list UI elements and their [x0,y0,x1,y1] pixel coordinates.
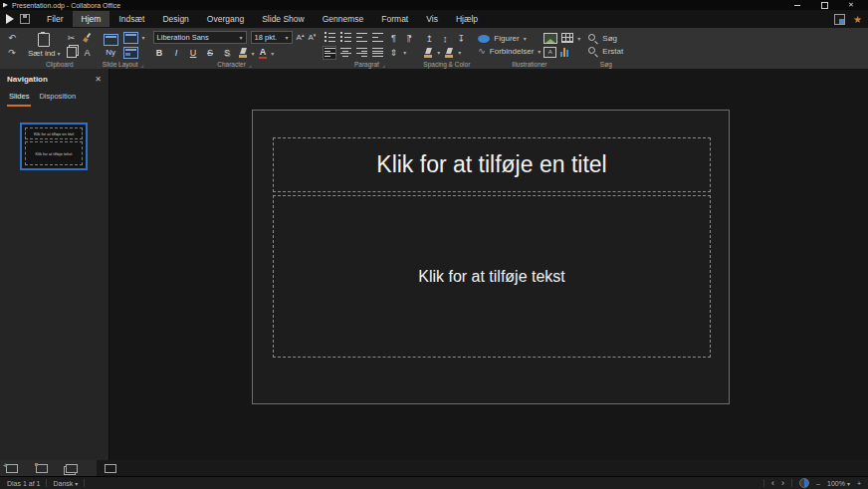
brush-icon [83,33,92,43]
grow-font-button[interactable]: A▴ [297,33,305,42]
star-icon[interactable]: ★ [853,15,862,24]
fill-color-icon[interactable] [423,48,433,58]
maximize-button[interactable] [816,1,832,10]
strikethrough-button[interactable]: S [204,47,217,60]
copy-button[interactable] [66,47,78,59]
zoom-fit-icon[interactable] [799,478,809,488]
insert-table-icon[interactable] [561,33,573,43]
slide-thumbnail[interactable]: Klik for at tilføje en titel Klik for at… [20,122,88,170]
increase-indent-icon [372,33,383,42]
formatting-marks-button[interactable]: ¶ [387,32,399,44]
chevron-down-icon[interactable]: ▾ [142,34,145,41]
zoom-in-button[interactable]: + [857,480,861,487]
new-slide-icon[interactable] [6,464,18,473]
redo-button[interactable]: ↷ [6,47,18,59]
italic-button[interactable]: I [170,47,183,60]
save-icon[interactable] [20,14,30,24]
slide-properties-icon[interactable] [36,464,48,473]
menu-vis[interactable]: Vis [417,11,447,27]
slide-layout-icon[interactable] [123,32,138,44]
menu-gennemse[interactable]: Gennemse [314,11,373,27]
bullet-list-icon [325,33,335,42]
text-direction-button[interactable]: ¶ [403,32,415,44]
font-size-select[interactable]: 18 pkt. ▾ [251,31,293,44]
connectors-button[interactable]: Forbindelser [490,47,534,56]
shapes-button[interactable]: Figurer [494,34,519,43]
shadow-button[interactable]: S [221,47,234,60]
zoom-out-button[interactable]: – [816,480,820,487]
insert-image-icon[interactable] [543,33,557,44]
search-button[interactable]: Søg [602,34,617,43]
chevron-down-icon[interactable]: ▾ [458,49,461,56]
paste-button[interactable]: Sæt ind ▾ [26,33,63,58]
close-panel-icon[interactable]: ✕ [95,75,102,84]
replace-button[interactable]: Erstat [602,47,623,56]
insert-chart-icon[interactable] [560,47,568,57]
title-placeholder[interactable]: Klik for at tilføje en titel [273,137,711,192]
space-below-button[interactable]: ↧ [455,33,467,45]
ribbon-group-paragraph: ¶ ¶ ⇕ ▾ Paragraf ⌟ [320,30,419,69]
clear-formatting-button[interactable]: A [82,47,94,59]
line-color-icon[interactable] [444,48,454,58]
font-color-icon[interactable]: A [259,48,268,59]
undo-button[interactable]: ↶ [6,32,18,44]
clipboard-group-label: Clipboard [46,61,74,68]
close-button[interactable]: ✕ [843,1,859,10]
align-left-icon [325,48,335,57]
thumbnail-body-placeholder: Klik for at tilføje tekst [25,141,83,165]
decrease-indent-button[interactable] [355,32,367,44]
menu-design[interactable]: Design [153,11,197,27]
language-select[interactable]: Dansk ▾ [53,480,78,487]
menu-slideshow[interactable]: Slide Show [253,11,314,27]
dialog-launcher-icon[interactable]: ⌟ [141,61,144,68]
navigation-toggle-icon[interactable] [105,464,116,473]
bold-button[interactable]: B [153,47,166,60]
align-left-button[interactable] [324,47,335,59]
previous-slide-button[interactable]: ‹ [771,479,774,488]
zoom-level-select[interactable]: 100% ▾ [827,480,850,487]
body-placeholder[interactable]: Klik for at tilføje tekst [273,195,711,358]
justify-button[interactable] [371,47,383,59]
chevron-down-icon[interactable]: ▾ [538,48,541,55]
menu-format[interactable]: Format [372,11,417,27]
cut-button[interactable]: ✂ [66,32,78,44]
new-slide-button[interactable]: Ny [102,34,120,57]
align-center-button[interactable] [339,47,351,59]
clone-formatting-button[interactable] [82,32,94,44]
align-right-button[interactable] [355,47,367,59]
line-spacing-button[interactable]: ⇕ [387,47,399,59]
chevron-down-icon[interactable]: ▾ [252,50,255,57]
window-controls: ✕ [789,1,868,10]
chevron-down-icon[interactable]: ▾ [437,49,440,56]
menu-hjem[interactable]: Hjem [73,11,110,27]
dialog-launcher-icon[interactable]: ⌟ [249,61,252,68]
bullet-list-button[interactable] [324,32,335,44]
menubar: Filer Hjem Indsæt Design Overgang Slide … [0,10,868,28]
space-center-button[interactable]: ↨ [439,33,451,45]
menu-overgang[interactable]: Overgang [198,11,253,27]
space-above-button[interactable]: ↥ [423,33,435,45]
shrink-font-button[interactable]: A▾ [308,33,316,42]
next-slide-button[interactable]: › [781,479,784,488]
menu-hjaelp[interactable]: Hjælp [447,11,487,27]
numbered-list-button[interactable] [339,32,351,44]
minimize-button[interactable] [789,1,805,10]
chevron-down-icon[interactable]: ▾ [577,35,580,42]
slide-design-icon[interactable] [123,47,138,59]
underline-button[interactable]: U [187,47,200,60]
text-box-icon[interactable]: A [543,47,556,58]
font-name-select[interactable]: Liberation Sans ▾ [153,31,247,44]
dialog-launcher-icon[interactable]: ⌟ [382,61,385,68]
highlight-color-icon[interactable] [238,48,248,58]
tab-disposition[interactable]: Disposition [37,90,78,107]
chevron-down-icon[interactable]: ▾ [271,50,274,57]
slide[interactable]: Klik for at tilføje en titel Klik for at… [252,110,730,404]
interface-switch-icon[interactable] [834,14,845,25]
tab-slides[interactable]: Slides [7,90,31,107]
menu-indsaet[interactable]: Indsæt [109,11,153,27]
duplicate-slide-icon[interactable] [66,464,78,473]
chevron-down-icon[interactable]: ▾ [403,49,406,56]
increase-indent-button[interactable] [371,32,383,44]
chevron-down-icon[interactable]: ▾ [524,35,527,42]
menu-filer[interactable]: Filer [38,11,73,27]
